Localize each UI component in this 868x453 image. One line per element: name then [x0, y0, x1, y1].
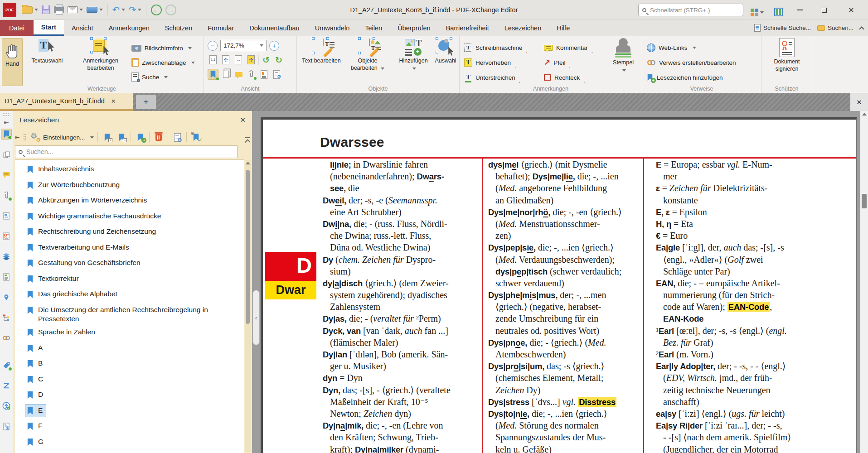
back-button[interactable]: ←	[151, 3, 162, 17]
menu-item-datei[interactable]: Datei	[0, 20, 34, 36]
quickstart-search-input[interactable]	[649, 6, 739, 14]
bookmark-item[interactable]: Wichtige grammatische Fachausdrücke	[15, 210, 244, 226]
bookmark-item[interactable]: Zur Wörterbuchbenutzung	[15, 178, 244, 194]
edit-objects-button[interactable]: T Objekte bearbeiten	[344, 38, 391, 72]
collapse-strip-icon[interactable]: ⇤	[4, 119, 9, 126]
new-tab-button[interactable]: +	[136, 95, 156, 109]
menu-item-überprüfen[interactable]: Überprüfen	[390, 20, 438, 36]
ribbon-search-button[interactable]: Suche	[131, 71, 168, 83]
create-link-button[interactable]: Verweis erstellen/bearbeiten	[647, 57, 736, 68]
document-scrollbar-thumb[interactable]	[862, 194, 867, 208]
menu-item-dokumentaufbau[interactable]: Dokumentaufbau	[242, 20, 307, 36]
edit-annotations-button[interactable]: Anmerkungen bearbeiten	[72, 38, 130, 72]
bookmark-item[interactable]: E	[15, 404, 244, 420]
bookmark-properties-button[interactable]: ⚙	[172, 132, 183, 143]
pane-icon-content[interactable]	[1, 271, 12, 282]
menu-item-hilfe[interactable]: Hilfe	[549, 20, 577, 36]
pane-icon-pages[interactable]	[1, 149, 12, 160]
pane-icon-order[interactable]	[1, 380, 12, 391]
tab-bar-close-button[interactable]: ✕	[850, 93, 868, 111]
pane-icon-comments[interactable]	[1, 169, 12, 180]
open-button[interactable]	[22, 3, 38, 17]
stamp-button[interactable]: Stempel	[608, 38, 638, 73]
bookmark-item[interactable]: G	[15, 435, 244, 451]
menu-item-start[interactable]: Start	[34, 20, 64, 36]
add-bookmark-button[interactable]: + Lesezeichen hinzufügen	[647, 72, 723, 83]
add-bookmark-panel-button[interactable]: +	[135, 132, 145, 143]
panel-collapse-handle[interactable]: ‹	[252, 290, 260, 345]
search-menu-button[interactable]: Suchen...	[817, 24, 853, 31]
pane-settings-button[interactable]: ⚙	[271, 69, 282, 80]
bookmarks-search[interactable]	[15, 145, 238, 158]
web-links-button[interactable]: Web-Links	[647, 42, 696, 53]
email-button[interactable]	[68, 3, 83, 17]
menu-item-lesezeichen[interactable]: Lesezeichen	[497, 20, 549, 36]
redo-button[interactable]: ↷	[129, 3, 141, 17]
fit-visible-button[interactable]: ✣	[246, 54, 257, 65]
bookmark-item[interactable]: Rechtschreibung und Zeichensetzung	[15, 225, 244, 241]
bookmark-item[interactable]: Sprache in Zahlen	[15, 326, 244, 342]
menu-item-schützen[interactable]: Schützen	[157, 20, 200, 36]
bookmarks-search-input[interactable]	[25, 148, 234, 156]
menu-item-barrierefreiheit[interactable]: Barrierefreiheit	[438, 20, 497, 36]
menu-item-ansicht[interactable]: Ansicht	[64, 20, 101, 36]
menu-item-formular[interactable]: Formular	[200, 20, 242, 36]
pages-pane-toggle[interactable]	[220, 69, 231, 80]
pane-icon-accessibility[interactable]	[1, 400, 12, 411]
bookmark-item[interactable]: Inhaltsverzeichnis	[15, 163, 244, 178]
scan-button[interactable]	[87, 3, 103, 17]
export-pane-toggle[interactable]	[258, 69, 269, 80]
bookmark-item[interactable]: Die Umsetzung der amtlichen Rechtschreib…	[15, 304, 244, 326]
actual-size-button[interactable]: 1:1	[208, 54, 218, 65]
pane-icon-tags[interactable]	[1, 360, 12, 371]
sign-document-button[interactable]: Dokument signieren	[768, 38, 806, 72]
bookmarks-settings-label[interactable]: Einstellungen...	[43, 134, 85, 141]
highlight-button[interactable]: T Hervorheben,	[464, 57, 516, 68]
bookmarks-pane-toggle[interactable]	[208, 69, 218, 80]
bookmarks-panel-close-icon[interactable]: ✕	[240, 116, 246, 124]
scroll-top-icon[interactable]	[245, 137, 250, 143]
quickstart-search[interactable]	[638, 4, 743, 16]
panel-collapse-icon[interactable]: ⇤	[15, 134, 19, 140]
attachments-pane-toggle[interactable]	[246, 69, 257, 80]
expand-bookmarks-button[interactable]: +	[102, 132, 112, 143]
pane-icon-structure[interactable]	[1, 312, 12, 323]
bookmark-item[interactable]: C	[15, 373, 244, 389]
underline-button[interactable]: T Unterstreichen,	[464, 72, 520, 83]
hand-tool-button[interactable]: Hand	[2, 38, 23, 86]
ui-options-button[interactable]	[751, 5, 764, 19]
pane-icon-destinations[interactable]	[1, 292, 12, 303]
fit-width-button[interactable]: ↔	[233, 54, 244, 65]
print-button[interactable]	[54, 3, 64, 17]
pane-icon-links[interactable]	[1, 333, 12, 343]
bookmark-item[interactable]: Textkorrektur	[15, 272, 244, 288]
close-button[interactable]: ✕	[841, 2, 862, 18]
document-tab[interactable]: D1_A27_Umtexte_Korr8_b_if.indd ✕	[0, 93, 133, 109]
comments-pane-toggle[interactable]	[233, 69, 244, 80]
bookmark-item[interactable]: D	[15, 388, 244, 404]
pane-icon-signatures[interactable]	[1, 231, 12, 241]
bookmark-item[interactable]: B	[15, 357, 244, 373]
minimize-button[interactable]	[790, 2, 810, 18]
collapse-ribbon-icon[interactable]	[859, 26, 864, 31]
clipboard-button[interactable]: Zwischenablage	[131, 56, 195, 69]
menu-item-umwandeln[interactable]: Umwandeln	[307, 20, 358, 36]
select-button[interactable]: Auswahl	[433, 38, 458, 65]
bookmarks-settings-button[interactable]: ⚙⚙	[30, 132, 39, 143]
bookmark-item[interactable]: A	[15, 342, 244, 357]
fit-page-button[interactable]: ✣	[220, 54, 231, 65]
save-button[interactable]	[42, 3, 50, 17]
rotate-right-button[interactable]: ↻	[273, 54, 284, 65]
menu-item-teilen[interactable]: Teilen	[357, 20, 390, 36]
collapse-bookmarks-button[interactable]: −	[116, 132, 127, 143]
text-select-button[interactable]: T Textauswahl	[24, 38, 70, 65]
delete-bookmark-button[interactable]	[153, 132, 164, 143]
bookmarks-scrollbar-thumb[interactable]	[246, 170, 250, 324]
zoom-out-button[interactable]: −	[208, 41, 218, 51]
menu-item-anmerkungen[interactable]: Anmerkungen	[101, 20, 157, 36]
add-button[interactable]: T + Hinzufügen	[394, 38, 433, 72]
pane-icon-layers[interactable]	[1, 251, 12, 262]
arrow-button[interactable]: ↗ Pfeil,	[544, 57, 571, 68]
pane-icon-bookmarks[interactable]	[1, 129, 12, 140]
bookmark-item[interactable]: Textverarbeitung und E-Mails	[15, 241, 244, 257]
